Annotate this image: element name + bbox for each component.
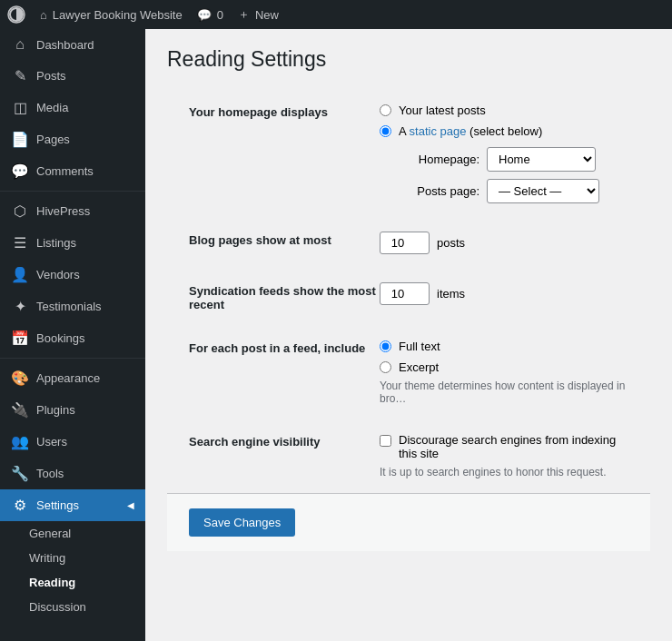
blog-pages-label: Blog pages show at most <box>189 232 380 247</box>
search-engine-row: Search engine visibility Discourage sear… <box>167 419 650 493</box>
appearance-icon: 🎨 <box>11 370 29 387</box>
radio-latest-posts-input[interactable] <box>380 104 391 116</box>
feed-include-content: Full text Excerpt Your theme determines … <box>380 340 628 405</box>
syndication-label: Syndication feeds show the most recent <box>189 282 380 311</box>
feed-hint: Your theme determines how content is dis… <box>380 380 628 405</box>
sidebar-item-label: Plugins <box>36 403 75 417</box>
posts-icon: ✎ <box>11 67 29 84</box>
sidebar-item-posts[interactable]: ✎ Posts <box>0 60 145 92</box>
comments-button[interactable]: 💬 0 <box>197 8 223 22</box>
radio-full-text-input[interactable] <box>380 340 391 352</box>
radio-full-text-label: Full text <box>399 340 440 353</box>
static-page-link[interactable]: static page <box>410 124 467 138</box>
sidebar-item-tools[interactable]: 🔧 Tools <box>0 458 145 489</box>
radio-excerpt-input[interactable] <box>380 361 391 373</box>
submenu-item-writing[interactable]: Writing <box>0 546 145 570</box>
syndication-input[interactable] <box>380 282 430 305</box>
comments-icon: 💬 <box>11 163 29 180</box>
homepage-dropdown-row: Homepage: Home About Contact Blog <box>398 147 628 172</box>
sidebar-item-listings[interactable]: ☰ Listings <box>0 227 145 259</box>
radio-excerpt[interactable]: Excerpt <box>380 360 628 374</box>
sidebar-separator-2 <box>0 358 145 359</box>
radio-latest-posts[interactable]: Your latest posts <box>380 104 628 117</box>
sidebar-item-label: Dashboard <box>36 38 94 52</box>
submenu-item-general[interactable]: General <box>0 521 145 546</box>
homepage-displays-label: Your homepage displays <box>189 104 380 119</box>
sidebar-item-label: Comments <box>36 164 94 178</box>
homepage-dropdown-label: Homepage: <box>398 153 479 166</box>
blog-pages-suffix: posts <box>437 236 465 250</box>
sidebar-item-bookings[interactable]: 📅 Bookings <box>0 322 145 354</box>
home-icon: ⌂ <box>40 8 47 22</box>
main-content: Reading Settings Your homepage displays … <box>145 29 672 641</box>
sidebar-item-label: Vendors <box>36 268 80 281</box>
listings-icon: ☰ <box>11 234 29 251</box>
posts-page-dropdown[interactable]: — Select — Blog News <box>487 179 599 203</box>
sidebar-item-plugins[interactable]: 🔌 Plugins <box>0 394 145 426</box>
sidebar-item-vendors[interactable]: 👤 Vendors <box>0 259 145 291</box>
wp-logo-button[interactable] <box>7 5 25 24</box>
sidebar-item-label: Appearance <box>36 371 100 385</box>
sidebar-item-appearance[interactable]: 🎨 Appearance <box>0 362 145 394</box>
sidebar-item-dashboard[interactable]: ⌂ Dashboard <box>0 29 145 60</box>
dashboard-icon: ⌂ <box>11 36 29 53</box>
vendors-icon: 👤 <box>11 266 29 283</box>
page-dropdowns: Homepage: Home About Contact Blog Posts … <box>380 147 628 203</box>
settings-form: Your homepage displays Your latest posts… <box>167 90 650 551</box>
sidebar-item-label: Listings <box>36 236 76 250</box>
feed-include-label: For each post in a feed, include <box>189 340 380 355</box>
feed-include-radio-group: Full text Excerpt <box>380 340 628 374</box>
radio-excerpt-label: Excerpt <box>399 360 439 374</box>
radio-static-page-input[interactable] <box>380 125 391 137</box>
sidebar-item-label: Settings <box>36 498 79 512</box>
blog-pages-row: Blog pages show at most posts <box>167 218 650 269</box>
syndication-suffix: items <box>437 287 465 301</box>
sidebar-item-comments[interactable]: 💬 Comments <box>0 155 145 187</box>
sidebar-item-label: Testimonials <box>36 300 102 313</box>
sidebar-item-media[interactable]: ◫ Media <box>0 92 145 123</box>
hivepress-icon: ⬡ <box>11 202 29 220</box>
homepage-displays-row: Your homepage displays Your latest posts… <box>167 90 650 218</box>
sidebar-item-settings[interactable]: ⚙ Settings ◀ <box>0 489 145 521</box>
syndication-input-row: items <box>380 282 628 305</box>
posts-page-dropdown-row: Posts page: — Select — Blog News <box>398 179 628 203</box>
sidebar-separator <box>0 191 145 192</box>
sidebar-item-label: Media <box>36 101 68 114</box>
sidebar-item-label: Posts <box>36 69 66 83</box>
search-engine-checkbox-text: Discourage search engines from indexing … <box>399 433 628 460</box>
posts-page-dropdown-label: Posts page: <box>398 184 479 198</box>
sidebar-item-label: Users <box>36 435 67 449</box>
plus-icon: ＋ <box>238 6 250 23</box>
blog-pages-input[interactable] <box>380 232 430 254</box>
search-engine-content: Discourage search engines from indexing … <box>380 433 628 478</box>
users-icon: 👥 <box>11 433 29 450</box>
save-button[interactable]: Save Changes <box>189 508 295 537</box>
sidebar-item-pages[interactable]: 📄 Pages <box>0 123 145 155</box>
media-icon: ◫ <box>11 99 29 116</box>
sidebar-item-hivepress[interactable]: ⬡ HivePress <box>0 195 145 227</box>
submenu-item-reading[interactable]: Reading <box>0 570 145 595</box>
syndication-row: Syndication feeds show the most recent i… <box>167 269 650 326</box>
homepage-radio-group: Your latest posts A static page (select … <box>380 104 628 138</box>
bookings-icon: 📅 <box>11 330 29 347</box>
search-engine-hint: It is up to search engines to honor this… <box>380 466 628 478</box>
search-engine-checkbox-label[interactable]: Discourage search engines from indexing … <box>380 433 628 460</box>
save-section: Save Changes <box>167 493 650 551</box>
topbar: ⌂ Lawyer Booking Website 💬 0 ＋ New <box>0 0 672 29</box>
sidebar-item-label: Pages <box>36 133 70 146</box>
submenu-item-discussion[interactable]: Discussion <box>0 595 145 619</box>
sidebar: ⌂ Dashboard ✎ Posts ◫ Media 📄 Pages 💬 Co… <box>0 29 145 641</box>
radio-full-text[interactable]: Full text <box>380 340 628 353</box>
testimonials-icon: ✦ <box>11 298 29 315</box>
homepage-displays-content: Your latest posts A static page (select … <box>380 104 628 203</box>
comment-icon: 💬 <box>197 8 212 22</box>
syndication-content: items <box>380 282 628 305</box>
sidebar-item-users[interactable]: 👥 Users <box>0 426 145 458</box>
site-name[interactable]: ⌂ Lawyer Booking Website <box>40 8 183 22</box>
new-button[interactable]: ＋ New <box>238 6 279 23</box>
sidebar-item-testimonials[interactable]: ✦ Testimonials <box>0 291 145 322</box>
homepage-dropdown[interactable]: Home About Contact Blog <box>487 147 596 172</box>
radio-static-page[interactable]: A static page (select below) <box>380 124 628 138</box>
sidebar-item-label: Tools <box>36 467 64 480</box>
search-engine-checkbox-input[interactable] <box>380 435 391 447</box>
